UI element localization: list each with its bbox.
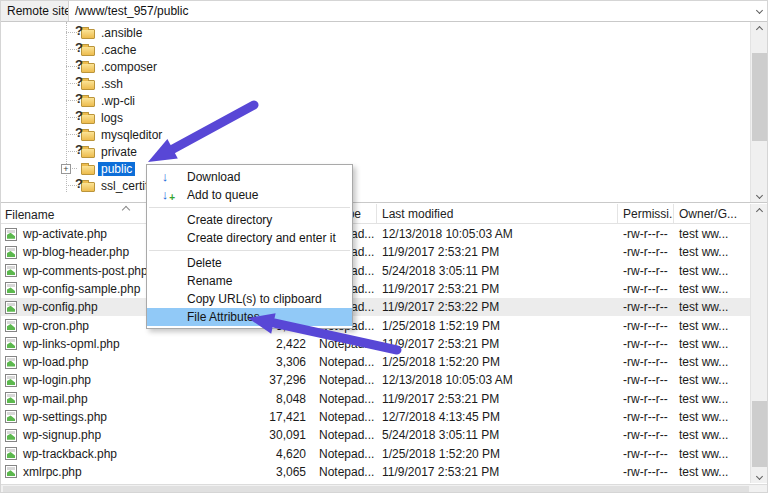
filetype-cell: Notepad...	[314, 447, 377, 461]
expand-plus-icon[interactable]: +	[61, 164, 71, 174]
menu-item-add-to-queue[interactable]: ↓+Add to queue	[147, 186, 352, 204]
file-row-wp-trackback-php[interactable]: wp-trackback.php4,620Notepad...1/25/2018…	[1, 444, 752, 462]
menu-item-download[interactable]: ↓Download	[147, 168, 352, 186]
tree-item-label: .ansible	[98, 26, 145, 40]
size-cell: 3,306	[256, 355, 314, 369]
tree-item-private[interactable]: ?private	[1, 143, 752, 160]
file-row-wp-blog-header-php[interactable]: wp-blog-header.phpNotepad...11/9/2017 2:…	[1, 243, 752, 261]
file-row-wp-login-php[interactable]: wp-login.php37,296Notepad...12/13/2018 1…	[1, 371, 752, 389]
folder-shape	[81, 182, 95, 192]
remote-site-combobox[interactable]: /www/test_957/public	[68, 1, 768, 21]
list-scrollbar[interactable]	[750, 204, 767, 483]
folder-shape	[81, 46, 95, 56]
file-row-wp-mail-php[interactable]: wp-mail.php8,048Notepad...11/9/2017 2:53…	[1, 390, 752, 408]
download-icon: ↓	[155, 170, 175, 184]
file-row-wp-signup-php[interactable]: wp-signup.php30,091Notepad...5/24/2018 3…	[1, 426, 752, 444]
menu-item-create-directory-and-enter-it[interactable]: Create directory and enter it	[147, 229, 352, 247]
question-mark-icon: ?	[75, 41, 83, 54]
scrollbar-thumb[interactable]	[3, 486, 749, 493]
folder-question-icon: ?	[77, 94, 95, 108]
scroll-up-icon[interactable]	[751, 204, 768, 218]
filetype-cell: Notepad...	[314, 355, 377, 369]
modified-cell: 1/25/2018 1:52:20 PM	[377, 447, 618, 461]
scroll-up-icon[interactable]	[751, 22, 768, 36]
menu-item-file-attributes[interactable]: File Attributes...	[147, 308, 352, 326]
file-row-xmlrpc-php[interactable]: xmlrpc.php3,065Notepad...11/9/2017 2:53:…	[1, 463, 752, 481]
column-header-last-modified[interactable]: Last modified	[377, 204, 618, 223]
filename-text: wp-signup.php	[23, 428, 101, 442]
php-file-icon	[5, 228, 17, 241]
column-header-owner-group[interactable]: Owner/G...	[674, 204, 752, 223]
modified-cell: 11/9/2017 2:53:21 PM	[377, 465, 618, 479]
tree-item-cache[interactable]: ?.cache	[1, 41, 752, 58]
tree-item-composer[interactable]: ?.composer	[1, 58, 752, 75]
owner-cell: test ww...	[674, 373, 752, 387]
tree-item-public[interactable]: +public	[1, 160, 752, 177]
modified-cell: 1/25/2018 1:52:19 PM	[377, 319, 618, 333]
folder-question-icon: ?	[77, 43, 95, 57]
php-file-icon	[5, 246, 17, 259]
tree-item-ansible[interactable]: ?.ansible	[1, 24, 752, 41]
question-mark-icon: ?	[75, 24, 83, 37]
modified-cell: 11/9/2017 2:53:21 PM	[377, 282, 618, 296]
question-mark-icon: ?	[75, 109, 83, 122]
permissions-cell: -rw-r--r--	[618, 300, 674, 314]
tree-item-ssh[interactable]: ?.ssh	[1, 75, 752, 92]
folder-question-icon: ?	[77, 77, 95, 91]
tree-item-logs[interactable]: ?logs	[1, 109, 752, 126]
file-row-wp-config-php[interactable]: wp-config.phpNotepad...11/9/2017 2:53:22…	[1, 298, 752, 316]
filename-cell: xmlrpc.php	[1, 465, 256, 479]
modified-cell: 11/9/2017 2:53:21 PM	[377, 245, 618, 259]
filename-cell: wp-load.php	[1, 355, 256, 369]
column-header-label: Owner/G...	[679, 207, 737, 221]
menu-item-rename[interactable]: Rename	[147, 272, 352, 290]
filename-text: xmlrpc.php	[23, 465, 82, 479]
permissions-cell: -rw-r--r--	[618, 319, 674, 333]
file-row-wp-config-sample-php[interactable]: wp-config-sample.phpNotepad...11/9/2017 …	[1, 280, 752, 298]
context-menu: ↓Download↓+Add to queueCreate directoryC…	[146, 164, 353, 329]
scroll-down-icon[interactable]	[751, 469, 768, 483]
file-row-wp-links-opml-php[interactable]: wp-links-opml.php2,422Notepad...11/9/201…	[1, 335, 752, 353]
permissions-cell: -rw-r--r--	[618, 465, 674, 479]
filename-cell: wp-login.php	[1, 373, 256, 387]
question-mark-icon: ?	[75, 177, 83, 190]
permissions-cell: -rw-r--r--	[618, 428, 674, 442]
tree-scrollbar[interactable]	[750, 22, 767, 202]
plus-icon: +	[169, 191, 175, 205]
filename-text: wp-cron.php	[23, 319, 89, 333]
file-row-wp-activate-php[interactable]: wp-activate.phpNotepad...12/13/2018 10:0…	[1, 225, 752, 243]
tree-item-ssl-certif[interactable]: ?ssl_certif	[1, 177, 752, 194]
php-file-icon	[5, 410, 17, 423]
menu-item-create-directory[interactable]: Create directory	[147, 211, 352, 229]
filename-text: wp-activate.php	[23, 227, 107, 241]
modified-cell: 12/7/2018 4:13:45 PM	[377, 410, 618, 424]
file-row-wp-cron-php[interactable]: wp-cron.php3,009Notepad...1/25/2018 1:52…	[1, 316, 752, 334]
scrollbar-thumb[interactable]	[752, 401, 767, 467]
menu-item-delete[interactable]: Delete	[147, 254, 352, 272]
tree-item-wp-cli[interactable]: ?.wp-cli	[1, 92, 752, 109]
directory-tree: ?.ansible?.cache?.composer?.ssh?.wp-cli?…	[1, 22, 752, 202]
owner-cell: test ww...	[674, 264, 752, 278]
filename-text: wp-mail.php	[23, 392, 88, 406]
scroll-down-icon[interactable]	[751, 188, 768, 202]
permissions-cell: -rw-r--r--	[618, 245, 674, 259]
filetype-cell: Notepad...	[314, 373, 377, 387]
menu-item-copy-url-s-to-clipboard[interactable]: Copy URL(s) to clipboard	[147, 290, 352, 308]
file-row-wp-settings-php[interactable]: wp-settings.php17,421Notepad...12/7/2018…	[1, 408, 752, 426]
horizontal-scrollbar[interactable]	[1, 484, 768, 493]
column-header-label: Permissi...	[623, 207, 674, 221]
filetype-cell: Notepad...	[314, 428, 377, 442]
menu-item-label: Add to queue	[187, 188, 258, 202]
file-row-wp-comments-post-php[interactable]: wp-comments-post.phpNotepad...5/24/2018 …	[1, 262, 752, 280]
folder-shape	[81, 114, 95, 124]
size-cell: 37,296	[256, 373, 314, 387]
filename-cell: wp-links-opml.php	[1, 337, 256, 351]
scrollbar-thumb[interactable]	[752, 53, 767, 141]
php-file-icon	[5, 282, 17, 295]
chevron-down-icon[interactable]	[756, 7, 763, 14]
column-header-permissions[interactable]: Permissi...	[618, 204, 674, 223]
remote-site-path: /www/test_957/public	[75, 4, 188, 18]
tree-item-label: .cache	[98, 43, 139, 57]
tree-item-mysqleditor[interactable]: ?mysqleditor	[1, 126, 752, 143]
file-row-wp-load-php[interactable]: wp-load.php3,306Notepad...1/25/2018 1:52…	[1, 353, 752, 371]
